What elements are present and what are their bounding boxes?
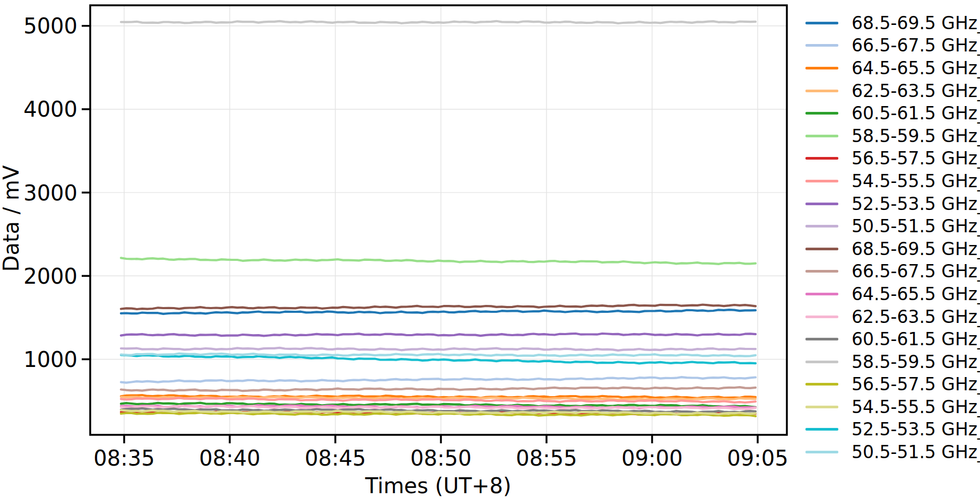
y-tick-label: 3000: [23, 181, 77, 205]
series-line-52.5-53.5 GHz_R: [121, 334, 756, 336]
legend-swatch: [805, 112, 838, 115]
legend-item: 58.5-59.5 GHz_R: [805, 125, 980, 147]
x-tick-label: 09:00: [621, 446, 682, 470]
legend-label: 68.5-69.5 GHz_R: [852, 14, 980, 32]
legend-swatch: [805, 67, 838, 69]
legend-item: 50.5-51.5 GHz_L: [805, 441, 980, 463]
legend-swatch: [805, 44, 838, 47]
legend-swatch: [805, 406, 838, 408]
legend-item: 62.5-63.5 GHz_R: [805, 80, 980, 102]
y-axis-label: Data / mV: [0, 165, 23, 272]
legend-label: 66.5-67.5 GHz_L: [852, 262, 980, 280]
legend-item: 64.5-65.5 GHz_R: [805, 57, 980, 80]
legend-label: 52.5-53.5 GHz_R: [852, 195, 980, 213]
legend-label: 64.5-65.5 GHz_R: [852, 59, 980, 77]
legend-swatch: [805, 361, 838, 363]
legend-item: 68.5-69.5 GHz_R: [805, 12, 980, 34]
legend-swatch: [805, 293, 838, 295]
x-tick-label: 08:35: [93, 446, 154, 470]
legend-swatch: [805, 428, 838, 431]
legend-item: 50.5-51.5 GHz_R: [805, 215, 980, 238]
y-tick-label: 5000: [23, 14, 77, 38]
legend-item: 60.5-61.5 GHz_L: [805, 328, 980, 351]
legend-label: 58.5-59.5 GHz_L: [852, 353, 980, 371]
legend-label: 50.5-51.5 GHz_L: [852, 443, 980, 461]
legend-item: 52.5-53.5 GHz_L: [805, 418, 980, 441]
series-line-68.5-69.5 GHz_L: [121, 305, 756, 310]
legend-item: 56.5-57.5 GHz_L: [805, 373, 980, 396]
legend-item: 64.5-65.5 GHz_L: [805, 283, 980, 305]
legend-swatch: [805, 451, 838, 453]
series-line-66.5-67.5 GHz_R: [121, 377, 756, 383]
series-line-58.5-59.5 GHz_R: [121, 258, 756, 264]
legend-label: 50.5-51.5 GHz_R: [852, 217, 980, 235]
legend-swatch: [805, 225, 838, 227]
legend-label: 66.5-67.5 GHz_R: [852, 37, 980, 54]
series-line-58.5-59.5 GHz_L: [121, 21, 756, 23]
gridlines: [90, 5, 787, 435]
legend-swatch: [805, 203, 838, 205]
legend-swatch: [805, 316, 838, 318]
legend-item: 54.5-55.5 GHz_R: [805, 170, 980, 192]
legend-item: 66.5-67.5 GHz_R: [805, 34, 980, 57]
legend-label: 60.5-61.5 GHz_R: [852, 104, 980, 122]
legend-item: 52.5-53.5 GHz_R: [805, 192, 980, 215]
plot-border: [90, 5, 787, 435]
series-line-68.5-69.5 GHz_R: [121, 310, 756, 314]
x-tick-label: 08:45: [305, 446, 366, 470]
legend-label: 60.5-61.5 GHz_L: [852, 330, 980, 348]
x-tick-label: 08:40: [199, 446, 260, 470]
legend-item: 68.5-69.5 GHz_L: [805, 238, 980, 260]
legend-label: 52.5-53.5 GHz_L: [852, 421, 980, 438]
legend-swatch: [805, 180, 838, 182]
figure: 08:3508:4008:4508:5008:5509:0009:0510002…: [0, 0, 980, 499]
data-lines: [121, 21, 756, 416]
legend-swatch: [805, 338, 838, 340]
legend-label: 56.5-57.5 GHz_R: [852, 150, 980, 167]
x-axis-label: Times (UT+8): [365, 474, 511, 498]
legend-swatch: [805, 157, 838, 160]
legend-swatch: [805, 248, 838, 250]
legend-label: 54.5-55.5 GHz_L: [852, 398, 980, 416]
legend-item: 56.5-57.5 GHz_R: [805, 147, 980, 170]
x-tick-label: 09:05: [727, 446, 788, 470]
x-tick-label: 08:50: [410, 446, 471, 470]
legend-item: 66.5-67.5 GHz_L: [805, 260, 980, 283]
legend-label: 62.5-63.5 GHz_R: [852, 82, 980, 100]
legend-label: 54.5-55.5 GHz_R: [852, 172, 980, 190]
legend-label: 56.5-57.5 GHz_L: [852, 375, 980, 393]
y-tick-label: 2000: [23, 264, 77, 288]
legend-item: 62.5-63.5 GHz_L: [805, 305, 980, 328]
legend-item: 58.5-59.5 GHz_L: [805, 351, 980, 373]
legend-swatch: [805, 270, 838, 273]
legend-swatch: [805, 22, 838, 24]
x-tick-label: 08:55: [516, 446, 577, 470]
legend-item: 54.5-55.5 GHz_L: [805, 396, 980, 418]
legend-label: 58.5-59.5 GHz_R: [852, 127, 980, 145]
legend-label: 62.5-63.5 GHz_L: [852, 308, 980, 326]
series-line-66.5-67.5 GHz_L: [121, 387, 756, 391]
legend-label: 64.5-65.5 GHz_L: [852, 285, 980, 303]
y-tick-label: 1000: [23, 347, 77, 372]
legend-label: 68.5-69.5 GHz_L: [852, 240, 980, 258]
legend: 68.5-69.5 GHz_R66.5-67.5 GHz_R64.5-65.5 …: [805, 12, 980, 463]
legend-item: 60.5-61.5 GHz_R: [805, 102, 980, 125]
legend-swatch: [805, 135, 838, 137]
y-tick-label: 4000: [23, 97, 77, 121]
legend-swatch: [805, 90, 838, 92]
series-line-50.5-51.5 GHz_R: [121, 348, 756, 351]
legend-swatch: [805, 383, 838, 386]
